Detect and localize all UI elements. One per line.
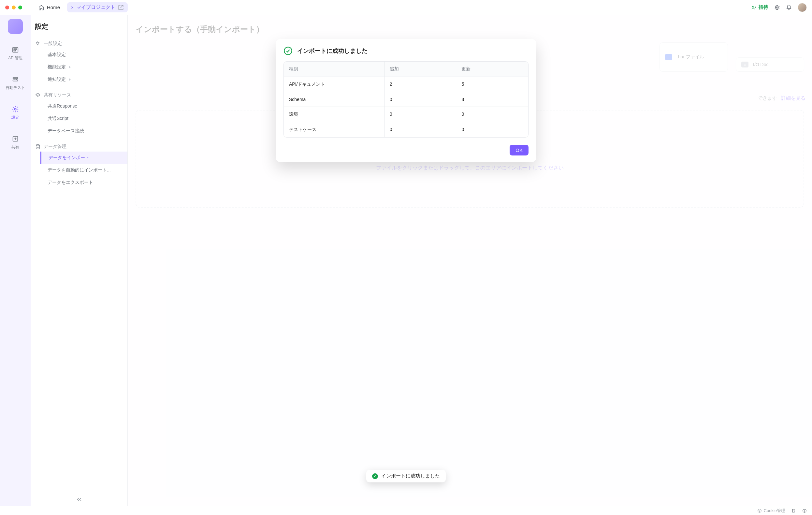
- rail-item-api[interactable]: API管理: [0, 44, 31, 63]
- titlebar-actions: 招待: [751, 3, 807, 12]
- sidebar-item-basic[interactable]: 基本設定: [40, 49, 127, 61]
- svg-point-1: [777, 6, 778, 8]
- import-result-table: 種別 追加 更新 API/ドキュメント 2 5 Schema 0 3 環境 0 …: [284, 61, 528, 138]
- sidebar-item-common-script[interactable]: 共通Script: [40, 112, 127, 125]
- sidebar-item-notifications[interactable]: 通知設定: [40, 73, 127, 86]
- rail-item-autotest[interactable]: 自動テスト: [0, 73, 31, 93]
- rail-item-label: API管理: [8, 55, 22, 61]
- notifications-icon[interactable]: [786, 5, 792, 10]
- sidebar-group-label: 一般設定: [44, 41, 62, 47]
- th-type: 種別: [284, 62, 384, 77]
- table-row: 環境 0 0: [284, 107, 528, 122]
- sidebar-item-label: 機能設定: [48, 64, 66, 69]
- check-circle-icon: [284, 46, 293, 55]
- cell-updated: 5: [456, 77, 528, 92]
- cell-updated: 0: [456, 122, 528, 137]
- maximize-window-button[interactable]: [18, 5, 22, 9]
- nav-rail: API管理 自動テスト 設定 共有: [0, 15, 31, 506]
- api-icon: [12, 46, 19, 53]
- sidebar-item-label: 共通Response: [48, 103, 77, 109]
- minimize-window-button[interactable]: [12, 5, 16, 9]
- toast-text: インポートに成功しました: [381, 473, 440, 479]
- format-card-iodoc[interactable]: ≡ I/O Doc: [736, 57, 804, 72]
- home-tab[interactable]: Home: [35, 3, 63, 12]
- ok-button[interactable]: OK: [510, 145, 528, 155]
- cell-added: 2: [384, 77, 457, 92]
- settings-icon: [12, 106, 19, 113]
- external-link-icon[interactable]: [118, 5, 124, 10]
- project-tab-label: マイプロジェクト: [76, 4, 115, 10]
- sidebar-item-common-response[interactable]: 共通Response: [40, 100, 127, 112]
- rail-item-settings[interactable]: 設定: [0, 103, 31, 123]
- cookie-manager-button[interactable]: Cookie管理: [757, 508, 785, 514]
- home-icon: [38, 5, 44, 10]
- autotest-icon: [12, 76, 19, 83]
- close-tab-icon[interactable]: ×: [71, 5, 74, 10]
- cell-updated: 0: [456, 107, 528, 122]
- home-tab-label: Home: [47, 5, 60, 10]
- sidebar-item-auto-import[interactable]: データを自動的にインポート...: [40, 164, 127, 176]
- theme-icon[interactable]: [790, 508, 796, 514]
- invite-button[interactable]: 招待: [751, 4, 768, 10]
- cell-type: API/ドキュメント: [284, 77, 384, 92]
- rail-item-label: 共有: [11, 144, 19, 150]
- sidebar-item-label: データを自動的にインポート...: [48, 167, 111, 172]
- sidebar-item-label: 共通Script: [48, 116, 68, 121]
- sidebar-group-label: 共有リソース: [44, 92, 71, 98]
- sidebar-item-label: データをエクスポート: [48, 180, 93, 185]
- sidebar-group-data: データ管理 データをインポート データを自動的にインポート... データをエクス…: [31, 142, 127, 189]
- svg-rect-4: [14, 50, 16, 51]
- svg-point-13: [759, 511, 759, 511]
- sidebar-item-import[interactable]: データをインポート: [40, 151, 127, 164]
- rail-item-label: 設定: [11, 115, 19, 120]
- close-window-button[interactable]: [5, 5, 9, 9]
- th-updated: 更新: [456, 62, 528, 77]
- cell-added: 0: [384, 92, 457, 107]
- svg-rect-8: [13, 137, 18, 141]
- sidebar-group-head[interactable]: 共有リソース: [31, 90, 127, 100]
- layers-icon: [35, 92, 40, 98]
- sidebar-group-head[interactable]: 一般設定: [31, 39, 127, 49]
- th-added: 追加: [384, 62, 457, 77]
- project-tab[interactable]: × マイプロジェクト: [67, 2, 128, 12]
- chevron-double-left-icon: [76, 497, 82, 502]
- cell-type: テストケース: [284, 122, 384, 137]
- har-badge-icon: …: [665, 54, 672, 60]
- cell-updated: 3: [456, 92, 528, 107]
- rail-item-label: 自動テスト: [5, 85, 25, 91]
- format-card-label: I/O Doc: [753, 62, 768, 67]
- modal-actions: OK: [284, 145, 528, 155]
- collapse-sidebar-button[interactable]: [76, 497, 82, 503]
- sidebar-group-head[interactable]: データ管理: [31, 142, 127, 151]
- dropzone-text: ファイルをクリックまたはドラッグして、このエリアにインポートしてください: [376, 165, 564, 171]
- tab-strip: Home × マイプロジェクト: [35, 2, 128, 12]
- svg-point-15: [805, 511, 805, 512]
- format-card-har[interactable]: … .har ファイル: [660, 42, 728, 72]
- cell-type: 環境: [284, 107, 384, 122]
- iodoc-badge-icon: ≡: [741, 62, 749, 67]
- svg-rect-5: [13, 78, 18, 79]
- settings-sidebar: 設定 一般設定 基本設定 機能設定 通知設定 共有リソース: [31, 15, 128, 506]
- settings-icon[interactable]: [774, 5, 780, 10]
- modal-header: インポートに成功しました: [284, 46, 528, 55]
- gear-outline-icon: [35, 41, 40, 46]
- user-avatar[interactable]: [798, 3, 807, 12]
- cookie-label: Cookie管理: [764, 508, 785, 514]
- sidebar-item-features[interactable]: 機能設定: [40, 61, 127, 73]
- sidebar-title: 設定: [35, 22, 123, 31]
- app-logo[interactable]: [8, 19, 23, 34]
- svg-point-7: [14, 108, 16, 110]
- cell-added: 0: [384, 107, 457, 122]
- sidebar-item-label: 基本設定: [48, 52, 66, 57]
- format-card-label: .har ファイル: [677, 54, 704, 60]
- rail-item-share[interactable]: 共有: [0, 133, 31, 152]
- sidebar-item-export[interactable]: データをエクスポート: [40, 176, 127, 189]
- hint-link[interactable]: 詳細を見る: [781, 95, 806, 101]
- sidebar-item-db-connection[interactable]: データベース接続: [40, 125, 127, 137]
- cell-type: Schema: [284, 92, 384, 107]
- help-icon[interactable]: [802, 508, 807, 514]
- svg-rect-3: [14, 49, 17, 50]
- check-icon: ✓: [372, 473, 378, 479]
- sidebar-item-label: 通知設定: [48, 77, 66, 82]
- svg-rect-2: [13, 48, 18, 53]
